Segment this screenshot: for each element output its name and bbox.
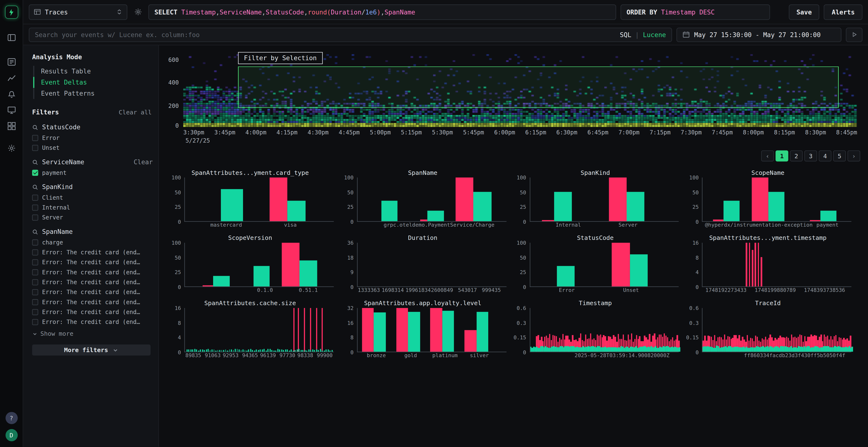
chart-explorer-icon[interactable] xyxy=(7,73,16,82)
search-row: Search your events w/ Lucene ex. column:… xyxy=(23,24,868,45)
checkbox[interactable] xyxy=(32,204,38,210)
filter-option[interactable]: Error: The credit card (end… xyxy=(32,279,153,285)
filter-option[interactable]: Error: The credit card (end… xyxy=(32,288,153,295)
mini-chart-plot[interactable] xyxy=(702,177,851,222)
checkbox[interactable] xyxy=(32,289,38,295)
checkbox[interactable] xyxy=(32,239,38,245)
mini-chart-plot[interactable] xyxy=(702,308,851,352)
search-input[interactable]: Search your events w/ Lucene ex. column:… xyxy=(29,28,672,42)
save-button[interactable]: Save xyxy=(789,4,819,20)
table-icon xyxy=(34,8,41,15)
checkbox[interactable] xyxy=(32,279,38,285)
filter-by-selection-tooltip[interactable]: Filter by Selection xyxy=(238,52,323,64)
user-avatar[interactable]: D xyxy=(5,429,18,442)
checkbox[interactable] xyxy=(32,269,38,275)
filter-option-label: Client xyxy=(42,194,63,201)
pagination-page-1[interactable]: 1 xyxy=(776,150,788,161)
analysis-mode-results-table[interactable]: Results Table xyxy=(33,66,153,77)
help-button[interactable]: ? xyxy=(5,412,18,424)
sessions-monitor-icon[interactable] xyxy=(7,106,16,115)
mini-chart-plot[interactable] xyxy=(702,243,851,287)
filter-option-label: Error: The credit card (end… xyxy=(42,249,140,255)
mini-chart-title: SpanAttributes.app.loyalty.level xyxy=(339,300,506,308)
mini-chart-plot[interactable] xyxy=(184,308,334,352)
filter-group-name: ServiceName xyxy=(42,158,84,166)
language-toggle-sql[interactable]: SQL xyxy=(620,31,631,38)
pagination-prev[interactable]: ‹ xyxy=(761,150,774,161)
checkbox[interactable] xyxy=(32,194,38,200)
analysis-mode-event-patterns[interactable]: Event Patterns xyxy=(33,88,153,99)
mini-chart-y-axis: 02550100 xyxy=(339,177,357,222)
search-logs-icon[interactable] xyxy=(7,58,16,66)
pagination-page-2[interactable]: 2 xyxy=(790,150,803,161)
more-filters-button[interactable]: More filters xyxy=(32,344,151,355)
settings-gear-icon[interactable] xyxy=(7,144,16,153)
mini-chart: SpanName02550100grpc.oteldemo.PaymentSer… xyxy=(339,169,506,229)
search-icon xyxy=(32,184,38,190)
checkbox[interactable] xyxy=(32,135,38,141)
filter-option[interactable]: Error xyxy=(32,134,153,141)
chart-bar xyxy=(554,192,572,221)
x-tick-label: Internal xyxy=(556,222,581,228)
mini-chart-plot[interactable] xyxy=(357,308,506,352)
filter-option[interactable]: Error: The credit card (end… xyxy=(32,299,153,305)
filter-option[interactable]: Unset xyxy=(32,144,153,151)
mini-chart-plot[interactable] xyxy=(357,243,506,287)
checkbox[interactable] xyxy=(32,144,38,150)
checkbox[interactable] xyxy=(32,259,38,265)
order-by-input[interactable]: ORDER BY Timestamp DESC xyxy=(620,4,770,20)
checkbox[interactable] xyxy=(32,214,38,220)
mini-chart-plot[interactable] xyxy=(184,243,334,287)
alerts-button[interactable]: Alerts xyxy=(824,4,863,20)
source-select[interactable]: Traces xyxy=(29,4,127,20)
source-settings-gear-icon[interactable] xyxy=(132,6,144,18)
panel-toggle-icon[interactable] xyxy=(7,33,16,42)
filter-option[interactable]: Error: The credit card (end… xyxy=(32,259,153,265)
chart-bar xyxy=(198,350,199,352)
heatmap-selection[interactable] xyxy=(238,66,839,108)
chart-bar xyxy=(245,350,245,352)
filter-option[interactable]: charge xyxy=(32,239,153,246)
mini-chart-plot[interactable] xyxy=(529,243,679,287)
heatmap-plot[interactable]: Filter by Selection xyxy=(183,54,857,127)
alerts-bell-icon[interactable] xyxy=(7,90,16,99)
sql-select-input[interactable]: SELECT Timestamp,ServiceName,StatusCode,… xyxy=(148,4,616,20)
language-toggle-lucene[interactable]: Lucene xyxy=(643,31,666,38)
mini-chart-plot[interactable] xyxy=(357,177,506,222)
filter-option[interactable]: Server xyxy=(32,214,153,221)
dashboards-grid-icon[interactable] xyxy=(7,122,16,131)
checkbox[interactable] xyxy=(32,319,38,325)
checkbox[interactable] xyxy=(32,309,38,315)
chart-bar xyxy=(428,211,444,221)
pagination-next[interactable]: › xyxy=(847,150,860,161)
filter-clear-link[interactable]: Clear xyxy=(133,158,153,166)
mini-chart-plot[interactable] xyxy=(184,177,334,222)
clear-all-filters-link[interactable]: Clear all xyxy=(119,109,152,116)
analysis-mode-event-deltas[interactable]: Event Deltas xyxy=(33,77,153,88)
analysis-modes-list: Results TableEvent DeltasEvent Patterns xyxy=(33,66,153,99)
pagination-page-5[interactable]: 5 xyxy=(833,150,846,161)
show-more-toggle[interactable]: Show more xyxy=(32,330,153,337)
filter-option[interactable]: Internal xyxy=(32,204,153,211)
filter-option[interactable]: Error: The credit card (end… xyxy=(32,269,153,276)
filter-option[interactable]: Error: The credit card (end… xyxy=(32,249,153,255)
chart-bar xyxy=(304,308,305,352)
mini-chart-plot[interactable] xyxy=(529,177,679,222)
live-tail-button[interactable] xyxy=(846,28,863,42)
filter-option[interactable]: payment xyxy=(32,169,153,176)
mini-chart-plot[interactable] xyxy=(529,308,679,352)
filter-option[interactable]: Client xyxy=(32,194,153,201)
checkbox[interactable] xyxy=(32,299,38,305)
chart-bar xyxy=(241,350,242,352)
hyperdx-logo[interactable] xyxy=(5,5,18,19)
chart-bar xyxy=(420,219,428,221)
checkbox[interactable] xyxy=(32,249,38,255)
filter-option[interactable]: Error: The credit card (end… xyxy=(32,318,153,325)
pagination-page-3[interactable]: 3 xyxy=(804,150,817,161)
y-tick-label: 25 xyxy=(347,204,353,210)
mini-chart-title: StatusCode xyxy=(512,234,679,243)
checkbox[interactable] xyxy=(32,170,38,176)
date-range-picker[interactable]: May 27 15:30:00 - May 27 21:00:00 xyxy=(677,28,841,42)
pagination-page-4[interactable]: 4 xyxy=(819,150,832,161)
filter-option[interactable]: Error: The credit card (end… xyxy=(32,309,153,315)
